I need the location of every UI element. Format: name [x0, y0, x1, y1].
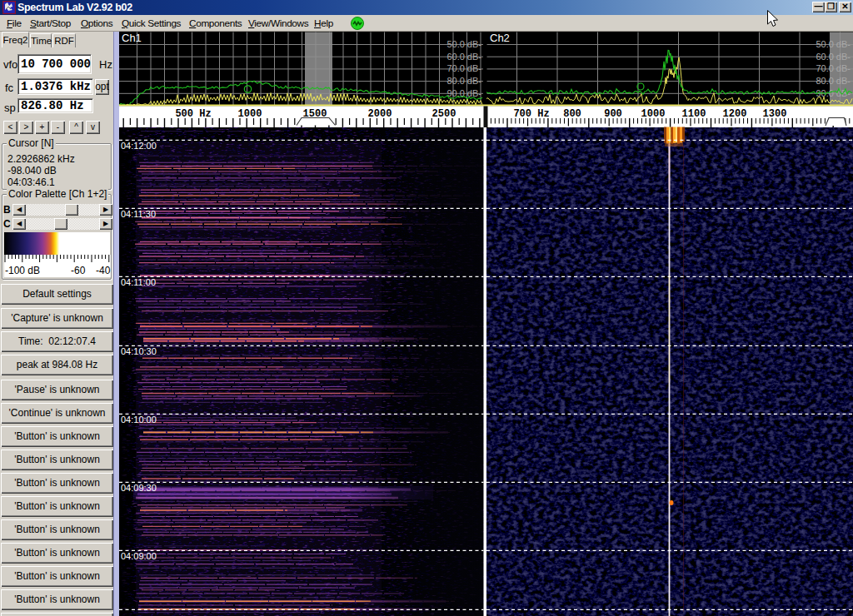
svg-text:-100 dB: -100 dB [5, 265, 40, 276]
svg-text:900: 900 [604, 108, 622, 120]
svg-text:04:10:30: 04:10:30 [121, 346, 157, 356]
svg-text:-60: -60 [71, 265, 86, 276]
svg-text:80.0 dB-: 80.0 dB- [446, 76, 481, 86]
svg-text:Ch1: Ch1 [122, 32, 142, 44]
svg-text:-40: -40 [96, 265, 111, 276]
svg-text:04:10:00: 04:10:00 [121, 415, 157, 425]
svg-text:1000: 1000 [238, 108, 262, 120]
svg-text:04:11:30: 04:11:30 [121, 209, 156, 219]
svg-text:500 Hz: 500 Hz [175, 108, 211, 120]
svg-text:2500: 2500 [432, 108, 456, 120]
svg-text:60.0 dB-: 60.0 dB- [816, 52, 851, 62]
svg-text:04:11:00: 04:11:00 [121, 277, 156, 287]
svg-text:1300: 1300 [763, 108, 787, 120]
svg-text:50.0 dB-: 50.0 dB- [816, 39, 851, 49]
svg-text:70.0 dB-: 70.0 dB- [816, 63, 851, 73]
svg-text:700 Hz: 700 Hz [513, 108, 549, 120]
svg-text:1100: 1100 [682, 108, 706, 120]
svg-text:Ch2: Ch2 [490, 32, 510, 44]
svg-text:2000: 2000 [368, 108, 392, 120]
svg-text:04:12:00: 04:12:00 [121, 141, 157, 151]
svg-text:80.0 dB-: 80.0 dB- [816, 76, 851, 86]
svg-text:60.0 dB-: 60.0 dB- [446, 52, 481, 62]
svg-text:1200: 1200 [723, 108, 747, 120]
svg-text:04:09:30: 04:09:30 [121, 483, 157, 493]
svg-text:70.0 dB-: 70.0 dB- [446, 63, 481, 73]
svg-text:50.0 dB-: 50.0 dB- [446, 39, 481, 49]
svg-text:800: 800 [563, 108, 581, 120]
svg-text:04:09:00: 04:09:00 [121, 551, 157, 561]
svg-text:1000: 1000 [641, 108, 666, 120]
